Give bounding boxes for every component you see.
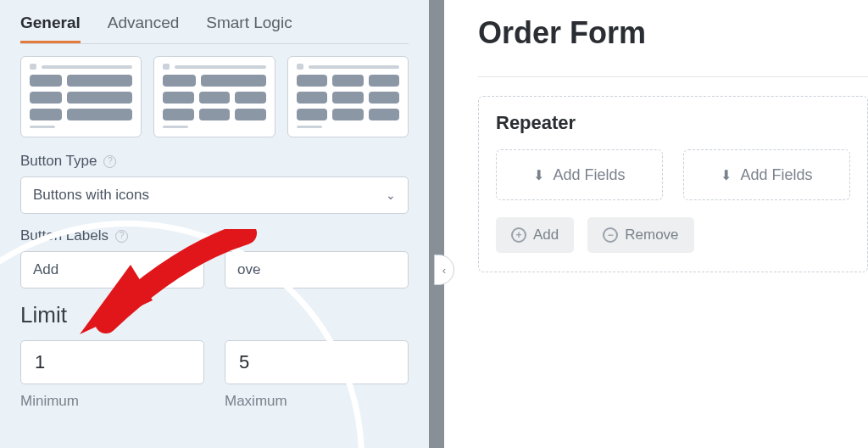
chevron-down-icon: ⌄ xyxy=(386,188,396,202)
layout-options xyxy=(20,56,409,137)
minimum-input[interactable]: 1 xyxy=(20,340,204,384)
add-label-input[interactable]: Add xyxy=(20,251,204,288)
tab-smart-logic[interactable]: Smart Logic xyxy=(206,8,292,43)
add-button[interactable]: + Add xyxy=(496,217,574,253)
remove-button-label: Remove xyxy=(625,227,678,244)
tab-general[interactable]: General xyxy=(20,8,81,43)
form-preview: Order Form Repeater ⬇ Add Fields ⬇ Add F… xyxy=(444,0,868,448)
help-icon[interactable]: ? xyxy=(115,230,128,243)
tab-bar: General Advanced Smart Logic xyxy=(20,0,409,44)
slot-label: Add Fields xyxy=(553,166,625,184)
maximum-label: Maximum xyxy=(225,393,409,410)
button-type-select[interactable]: Buttons with icons ⌄ xyxy=(20,176,409,214)
settings-sidebar: General Advanced Smart Logic xyxy=(0,0,429,448)
help-icon[interactable]: ? xyxy=(103,155,116,168)
add-fields-slot[interactable]: ⬇ Add Fields xyxy=(496,149,663,200)
add-button-label: Add xyxy=(533,227,559,244)
download-icon: ⬇ xyxy=(721,167,732,183)
limit-inputs: 1 Minimum 5 Maximum xyxy=(20,340,409,410)
download-icon: ⬇ xyxy=(533,167,544,183)
divider-line xyxy=(478,76,868,77)
button-type-value: Buttons with icons xyxy=(33,187,149,204)
limit-section-title: Limit xyxy=(20,302,409,328)
form-title: Order Form xyxy=(478,15,868,51)
tab-advanced[interactable]: Advanced xyxy=(108,8,180,43)
layout-option-1[interactable] xyxy=(20,56,142,137)
button-type-label: Button Type xyxy=(20,153,97,170)
button-labels-field: Button Labels ? Add ove xyxy=(20,227,409,288)
repeater-field[interactable]: Repeater ⬇ Add Fields ⬇ Add Fields + Add… xyxy=(478,96,868,272)
plus-circle-icon: + xyxy=(511,227,526,243)
remove-label-input[interactable]: ove xyxy=(225,251,409,288)
maximum-input[interactable]: 5 xyxy=(225,340,409,384)
chevron-left-icon: ‹ xyxy=(442,264,446,277)
panel-divider: ‹ xyxy=(429,0,444,448)
layout-option-2[interactable] xyxy=(153,56,275,137)
layout-option-3[interactable] xyxy=(287,56,409,137)
button-labels-label: Button Labels xyxy=(20,227,108,244)
repeater-title: Repeater xyxy=(496,112,850,134)
remove-button[interactable]: − Remove xyxy=(587,217,693,253)
add-fields-slot[interactable]: ⬇ Add Fields xyxy=(683,149,850,200)
slot-label: Add Fields xyxy=(740,166,812,184)
minus-circle-icon: − xyxy=(603,227,618,243)
minimum-label: Minimum xyxy=(20,393,204,410)
button-type-field: Button Type ? Buttons with icons ⌄ xyxy=(20,153,409,214)
